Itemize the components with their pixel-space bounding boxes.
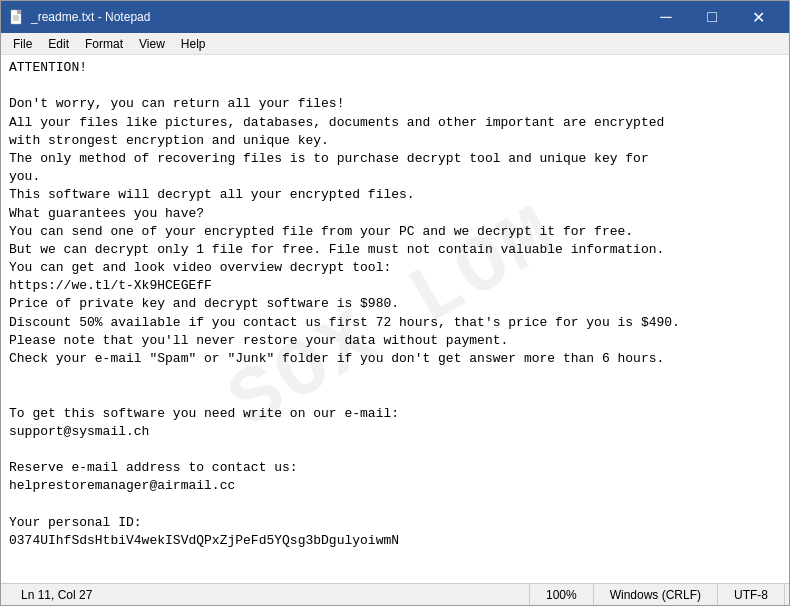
menu-view[interactable]: View [131,33,173,54]
window-title: _readme.txt - Notepad [31,10,643,24]
maximize-button[interactable]: □ [689,1,735,33]
status-line-ending: Windows (CRLF) [594,584,718,605]
menu-help[interactable]: Help [173,33,214,54]
status-zoom: 100% [530,584,594,605]
menu-format[interactable]: Format [77,33,131,54]
menu-file[interactable]: File [5,33,40,54]
menu-bar: File Edit Format View Help [1,33,789,55]
text-editor[interactable]: SOX LOM ATTENTION! Don't worry, you can … [1,55,789,583]
window-controls: ─ □ ✕ [643,1,781,33]
notepad-window: _readme.txt - Notepad ─ □ ✕ File Edit Fo… [0,0,790,606]
document-text: ATTENTION! Don't worry, you can return a… [9,59,781,550]
close-button[interactable]: ✕ [735,1,781,33]
status-position: Ln 11, Col 27 [5,584,530,605]
status-bar: Ln 11, Col 27 100% Windows (CRLF) UTF-8 [1,583,789,605]
app-icon [9,9,25,25]
title-bar: _readme.txt - Notepad ─ □ ✕ [1,1,789,33]
minimize-button[interactable]: ─ [643,1,689,33]
status-encoding: UTF-8 [718,584,785,605]
menu-edit[interactable]: Edit [40,33,77,54]
svg-rect-1 [17,10,21,14]
